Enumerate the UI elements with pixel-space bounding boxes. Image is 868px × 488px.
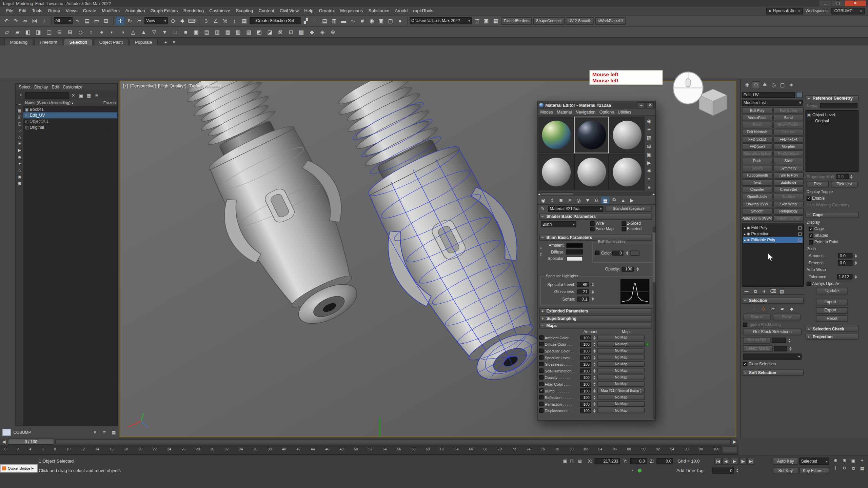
shader-option-checkbox[interactable]: [622, 227, 626, 231]
menu-item[interactable]: Animation: [122, 8, 147, 13]
modifier-button[interactable]: Push: [742, 158, 773, 164]
bind-to-space-warp-icon[interactable]: ≀: [39, 16, 49, 25]
map-amount-field[interactable]: 100: [580, 368, 591, 373]
zoom-region-icon[interactable]: ⌖: [858, 457, 866, 464]
display-filter-icon[interactable]: ⊞: [17, 180, 23, 186]
map-amount-spinner[interactable]: [592, 408, 596, 413]
pin-stack-icon[interactable]: ⊶: [743, 288, 750, 295]
modifier-button[interactable]: Bevel Profile: [773, 122, 804, 128]
modeling-tool-icon[interactable]: ◈: [318, 27, 327, 36]
display-filter-icon[interactable]: ◉: [17, 154, 23, 160]
selection-lock-icon[interactable]: ⊠: [576, 458, 584, 464]
modeling-tool-icon[interactable]: △: [129, 27, 138, 36]
map-amount-field[interactable]: 100: [580, 355, 591, 360]
map-amount-spinner[interactable]: [592, 394, 596, 400]
menu-item[interactable]: File: [3, 8, 16, 13]
modifier-button[interactable]: PathDeform (WSM): [742, 215, 773, 222]
rollout-blinn-basic-header[interactable]: −Blinn Basic Parameters: [539, 235, 652, 241]
go-to-end-icon[interactable]: ▶|: [747, 458, 755, 465]
self-illumination-color-checkbox[interactable]: [595, 251, 599, 255]
modifier-button[interactable]: FFD 3x3x3: [742, 136, 773, 143]
get-stack-selections-button[interactable]: Get Stack Selections: [743, 329, 802, 336]
map-amount-field[interactable]: 100: [580, 382, 591, 387]
explorer-columns-icon[interactable]: ▦: [85, 92, 92, 99]
clear-selection-checkbox[interactable]: [743, 362, 747, 366]
extras-icon[interactable]: ▦: [491, 16, 500, 25]
options-icon[interactable]: ✱: [645, 167, 653, 175]
map-button[interactable]: No Map: [597, 374, 645, 380]
modifier-button[interactable]: FFD(box): [742, 143, 773, 150]
clear-search-icon[interactable]: ✕: [70, 92, 77, 99]
menu-item[interactable]: Megascans: [337, 8, 366, 13]
material-editor-menu-item[interactable]: Modes: [540, 109, 553, 115]
modifier-button[interactable]: OpenSubdiv: [742, 194, 773, 200]
map-amount-field[interactable]: 100: [580, 401, 591, 406]
select-sg-spinner[interactable]: [787, 338, 791, 343]
frozen-column-header[interactable]: Frozen: [103, 100, 116, 105]
video-color-check-icon[interactable]: ▣: [645, 151, 653, 158]
edge-subobject-icon[interactable]: ◇: [760, 305, 767, 312]
modeling-tool-icon[interactable]: ▼: [160, 27, 170, 36]
shader-option-checkbox[interactable]: [622, 221, 626, 225]
scene-object-row[interactable]: ◫ Object001 ·: [23, 118, 118, 124]
modeling-tool-icon[interactable]: ◨: [34, 27, 43, 36]
material-sample-slot[interactable]: [574, 154, 609, 190]
grow-button[interactable]: Grow: [773, 314, 801, 321]
push-percent-field[interactable]: 0.0: [838, 260, 852, 265]
display-filter-icon[interactable]: ✦: [17, 160, 23, 166]
create-tab-icon[interactable]: ✚: [743, 81, 751, 89]
spinner-snap-icon[interactable]: ↕: [230, 16, 239, 25]
export-button[interactable]: Export...: [816, 307, 848, 314]
material-map-navigator-icon[interactable]: ≡: [645, 184, 653, 191]
mini-dropdown-icon[interactable]: ▾: [91, 429, 98, 435]
show-shaded-material-icon[interactable]: ▦: [601, 196, 609, 204]
hierarchy-tab-icon[interactable]: ≙: [761, 81, 769, 89]
modifier-button[interactable]: Symmetry: [773, 165, 804, 172]
map-enable-checkbox[interactable]: [539, 342, 544, 346]
background-icon[interactable]: ▨: [645, 134, 653, 141]
ribbon-toggle-icon[interactable]: ▬: [339, 16, 348, 25]
pick-material-from-object-icon[interactable]: ✎: [539, 205, 546, 212]
explorer-filter-icon[interactable]: ≡: [93, 92, 100, 99]
explorer-menu-item[interactable]: Select: [19, 85, 31, 90]
pan-view-icon[interactable]: ✛: [831, 465, 840, 472]
color-swatch[interactable]: [566, 249, 583, 255]
color-swatch[interactable]: [566, 256, 583, 261]
display-filter-icon[interactable]: ☀: [17, 141, 23, 147]
stack-row-end-icon[interactable]: [798, 226, 802, 229]
modifier-button[interactable]: FFD 4x4x4: [773, 136, 804, 143]
map-amount-field[interactable]: 100: [580, 375, 591, 380]
explorer-menu-item[interactable]: Display: [34, 85, 48, 90]
polygon-subobject-icon[interactable]: ▰: [778, 305, 786, 312]
map-amount-spinner[interactable]: [592, 335, 596, 340]
menu-item[interactable]: Modifiers: [99, 8, 122, 13]
map-enable-checkbox[interactable]: [539, 368, 544, 373]
map-enable-checkbox[interactable]: [539, 382, 544, 386]
update-button[interactable]: Update: [816, 288, 848, 294]
user-account-menu[interactable]: ● Hyunsuk Jin ▾: [766, 7, 803, 14]
menu-item[interactable]: Create: [80, 8, 99, 13]
menu-item[interactable]: Substance: [366, 8, 392, 13]
opacity-spinner[interactable]: [635, 266, 639, 271]
select-and-move-icon[interactable]: ✛: [116, 16, 125, 25]
map-amount-field[interactable]: 100: [580, 342, 591, 347]
put-material-to-scene-icon[interactable]: ↥: [548, 196, 556, 204]
frozen-cell[interactable]: ·: [99, 114, 116, 117]
y-coordinate-field[interactable]: 0.0: [630, 458, 647, 464]
map-button[interactable]: No Map: [597, 394, 645, 400]
modifier-button[interactable]: Sweep: [742, 165, 773, 172]
explorer-lock-icon[interactable]: ▣: [78, 92, 85, 99]
utilities-tab-icon[interactable]: ✶: [787, 81, 795, 89]
modifier-button[interactable]: Subdivide: [773, 179, 804, 186]
modifier-button[interactable]: Smooth: [742, 208, 773, 215]
modeling-tool-icon[interactable]: ▦: [223, 27, 233, 36]
remove-modifier-icon[interactable]: ⌫: [769, 288, 776, 295]
modeling-tool-icon[interactable]: ▤: [202, 27, 212, 36]
ignore-backfacing-checkbox[interactable]: [743, 322, 747, 327]
modifier-button[interactable]: Chamfer: [742, 186, 773, 193]
ribbon-tab[interactable]: Freeform: [34, 39, 63, 45]
modeling-tool-icon[interactable]: ⊞: [65, 27, 75, 36]
mirror-icon[interactable]: ▞: [301, 16, 311, 25]
modeling-tool-icon[interactable]: ▧: [234, 27, 243, 36]
menu-item[interactable]: Graph Editors: [148, 8, 181, 13]
